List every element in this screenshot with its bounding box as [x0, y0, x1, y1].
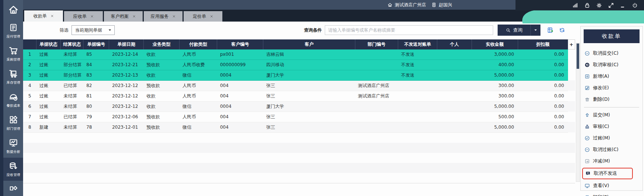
table-row[interactable]: 1过账未结算852023-12-14收款人民币px001吉林云辑不发送3,000… — [23, 49, 575, 60]
sidebar-item-purchasing[interactable]: 采购管理 — [3, 42, 23, 65]
expand-icon[interactable] — [608, 2, 614, 9]
search-icon — [506, 28, 511, 33]
column-header-person[interactable]: 个人 — [437, 40, 472, 49]
export-excel-icon[interactable] — [547, 27, 554, 33]
panel-button-cancel-submit[interactable]: 取消提交(C) — [581, 48, 643, 59]
panel-button-cancel-post[interactable]: 取消过账(C) — [581, 144, 643, 155]
column-header-date[interactable]: 单据日期 — [109, 40, 143, 49]
column-header-discount[interactable]: 折扣额 — [518, 40, 568, 49]
cell-num: 4 — [23, 80, 37, 91]
gear-icon[interactable] — [596, 2, 602, 9]
cell-biz_type: 收款 — [143, 49, 180, 60]
close-icon[interactable] — [172, 15, 176, 18]
add-column-button[interactable]: + — [568, 40, 575, 49]
signal-icon[interactable] — [572, 2, 578, 9]
cell-cust_no: 0004 — [217, 70, 263, 80]
close-icon[interactable] — [50, 14, 54, 18]
reverse-icon — [584, 158, 590, 164]
panel-button-post[interactable]: 过账(M) — [581, 132, 643, 144]
column-header-dept[interactable]: 部门编号 — [355, 40, 398, 49]
sidebar-item-department[interactable]: 部门管理 — [3, 112, 23, 135]
vertical-scrollbar[interactable] — [576, 43, 580, 182]
panel-button-modify[interactable]: 修改(E) — [581, 82, 643, 94]
cell-dept — [355, 122, 398, 132]
column-header-biz_type[interactable]: 业务类型 — [143, 40, 180, 49]
table-row[interactable]: 3过账部分结算832023-12-13收款微信0004厦门大学不发送5,000.… — [23, 70, 575, 80]
panel-button-cancel-audit[interactable]: 取消审核(C) — [581, 59, 643, 71]
cell-dept — [355, 101, 398, 112]
tab-5[interactable]: 定价单 — [184, 11, 222, 22]
column-header-pay_type[interactable]: 付款类型 — [180, 40, 217, 49]
sidebar-item-catering-cost[interactable]: 餐饮成本 — [3, 89, 23, 112]
cell-date: 2023-12-14 — [109, 49, 143, 60]
cell-biz_type: 预收款 — [143, 122, 180, 132]
table-row[interactable]: 5过账未结算812023-12-12收款人民币004张三测试酒店广州店300.0… — [23, 91, 575, 101]
panel-button-print[interactable]: 打印(P) — [581, 192, 643, 196]
close-icon[interactable] — [210, 15, 213, 18]
sidebar-item-inventory[interactable]: 库存管理 — [3, 65, 23, 89]
table-row[interactable]: 8新建未结算782023-12-01预收款微信004张三5,000.000.00 — [23, 122, 575, 132]
column-header-num[interactable] — [23, 40, 37, 49]
table-row[interactable]: 4过账已结算822023-12-12预收款人民币004张三测试酒店广州店300.… — [23, 80, 575, 91]
table-row[interactable]: 7过账已结算792023-12-06预收款人民币004张三500.000.00 — [23, 112, 575, 122]
cell-status: 过账 — [37, 80, 61, 91]
monitor-chart-icon — [9, 138, 18, 148]
cell-num: 3 — [23, 70, 37, 80]
current-user[interactable]: 赵国兴 — [431, 0, 452, 10]
column-header-status[interactable]: 单据状态 — [37, 40, 61, 49]
column-header-settle[interactable]: 结算状态 — [61, 40, 83, 49]
panel-button-cancel-no-send[interactable]: 取消不发送 — [582, 168, 633, 179]
tab-3[interactable]: 客户档案 — [104, 11, 143, 22]
cell-num: 2 — [23, 60, 37, 70]
tab-4[interactable]: 应用服务 — [144, 11, 183, 22]
tab-1[interactable]: 收款单 — [24, 10, 63, 22]
panel-button-submit[interactable]: 提交(M) — [581, 109, 643, 121]
sidebar-item-payable[interactable]: 应付管理 — [3, 19, 23, 42]
panel-button-add[interactable]: 新增(A) — [581, 71, 643, 82]
top-bar: 测试酒店广州店 赵国兴 — [0, 0, 644, 10]
minimize-icon[interactable] — [620, 2, 626, 9]
scrollbar-thumb[interactable] — [577, 44, 579, 69]
panel-button-audit[interactable]: 审核(C) — [581, 121, 643, 132]
circle-undo-icon — [584, 62, 590, 68]
cell-date: 2023-12-21 — [109, 60, 143, 70]
tab-2[interactable]: 应收单 — [64, 11, 103, 22]
square-plus-icon — [584, 74, 590, 79]
panel-button-offset[interactable]: 冲减(M) — [581, 155, 643, 167]
sidebar-item-more-partial[interactable] — [3, 181, 23, 193]
panel-button-view[interactable]: 查看(V) — [581, 180, 643, 192]
panel-button-delete[interactable]: 删除(D) — [581, 94, 643, 105]
query-dropdown-button[interactable] — [530, 25, 540, 36]
cell-spacer — [568, 60, 575, 70]
column-header-cust_no[interactable]: 客户编号 — [217, 40, 263, 49]
query-button[interactable]: 查询 — [498, 25, 530, 36]
table-row[interactable]: 2过账部分结算842023-12-21预收款人民币收费000000099四川移动… — [23, 60, 575, 70]
lock-icon[interactable] — [584, 2, 590, 9]
column-header-customer[interactable]: 客户 — [263, 40, 355, 49]
column-header-doc_no[interactable]: 单据编号 — [83, 40, 109, 49]
cell-settle: 未结算 — [61, 122, 83, 132]
cell-amount: 400.00 — [472, 60, 518, 70]
current-store[interactable]: 测试酒店广州店 — [387, 0, 426, 10]
search-input[interactable] — [325, 25, 493, 35]
filter-select[interactable]: 当前期间单据 — [72, 25, 115, 35]
sidebar-item-label: 餐饮成本 — [6, 103, 20, 108]
panel-button-label: 取消提交(C) — [593, 50, 618, 57]
column-header-no_send[interactable]: 不发送对账单 — [398, 40, 437, 49]
cell-num: 5 — [23, 91, 37, 101]
cell-amount: 5,000.00 — [472, 101, 518, 112]
sidebar-item-receivable[interactable]: 应收管理 — [3, 158, 23, 181]
cell-no_send: 不发送 — [398, 70, 437, 80]
cell-amount: 300.00 — [472, 91, 518, 101]
close-icon[interactable] — [90, 15, 94, 18]
power-icon[interactable] — [632, 2, 638, 9]
table-row[interactable]: 6过账未结算802023-12-12收款微信0004厦门大学5,000.000.… — [23, 101, 575, 112]
close-icon[interactable] — [132, 15, 136, 18]
column-header-amount[interactable]: 实收金额 — [472, 40, 518, 49]
panel-button-label: 查看(V) — [593, 183, 609, 189]
sidebar-item-home[interactable] — [3, 0, 23, 19]
cell-pay_type: 微信 — [180, 70, 217, 80]
cell-discount: 0.00 — [518, 91, 568, 101]
sidebar-item-data-analysis[interactable]: 数据分析 — [3, 135, 23, 158]
refresh-icon[interactable] — [559, 27, 565, 33]
